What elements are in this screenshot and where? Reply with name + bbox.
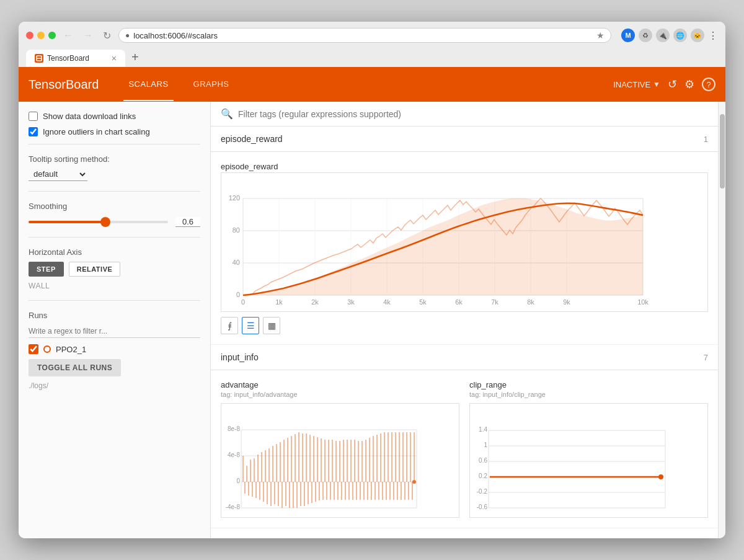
episode-reward-section-title: episode_reward (221, 134, 283, 144)
ignore-outliers-label: Ignore outliers in chart scaling (43, 127, 150, 136)
extension-m[interactable]: M (621, 29, 635, 42)
app-body: Show data download links Ignore outliers… (19, 102, 725, 538)
input-info-section-title: input_info (221, 352, 259, 362)
tooltip-sort-row: Tooltip sorting method: default ascendin… (29, 154, 200, 181)
extension-recycle[interactable]: ♻ (639, 29, 652, 42)
tab-bar: TensorBoard × + (26, 48, 718, 67)
clip-range-chart-svg: -0.6 -0.2 0.2 0.6 1 1.4 (470, 404, 668, 515)
episode-reward-section-count: 1 (704, 135, 708, 144)
clip-range-title: clip_range (469, 380, 708, 389)
svg-text:-4e-8: -4e-8 (226, 504, 241, 510)
svg-text:0: 0 (241, 298, 245, 306)
clip-range-tag: tag: input_info/clip_range (469, 391, 708, 398)
refresh-icon[interactable]: ↺ (668, 78, 677, 91)
advantage-tag: tag: input_info/advantage (221, 391, 459, 398)
traffic-lights (26, 32, 56, 39)
show-download-row: Show data download links (29, 112, 200, 121)
maximize-traffic-light[interactable] (48, 32, 56, 39)
svg-text:10k: 10k (637, 298, 649, 306)
advantage-chart: advantage tag: input_info/advantage -4e-… (221, 380, 459, 518)
extensions-area: M ♻ 🔌 🌐 🐱 ⋮ (621, 29, 718, 42)
episode-reward-section-header: episode_reward 1 (211, 127, 718, 152)
reload-button[interactable]: ↻ (100, 29, 113, 43)
svg-text:7k: 7k (491, 298, 498, 306)
app-header: TensorBoard SCALARS GRAPHS INACTIVE ▼ ↺ … (19, 67, 725, 102)
main-content: 🔍 episode_reward 1 episode_reward (211, 102, 718, 538)
close-traffic-light[interactable] (26, 32, 33, 39)
smoothing-section: Smoothing (29, 202, 200, 227)
tooltip-sort-select[interactable]: default ascending descending (29, 167, 87, 181)
logs-path-label: ./logs/ (29, 381, 200, 390)
settings-icon[interactable]: ⚙ (684, 78, 694, 91)
help-icon[interactable]: ? (702, 78, 715, 91)
run-name-ppo2: PPO2_1 (56, 345, 86, 354)
svg-text:0: 0 (236, 478, 240, 484)
episode-reward-chart-title: episode_reward (221, 162, 708, 171)
relative-axis-button[interactable]: RELATIVE (69, 262, 121, 277)
episode-reward-svg-container: 0 40 80 120 (221, 172, 708, 312)
smoothing-label: Smoothing (29, 202, 200, 211)
minimize-traffic-light[interactable] (37, 32, 45, 39)
step-axis-button[interactable]: STEP (29, 262, 64, 277)
runs-title: Runs (29, 311, 200, 320)
tag-filter-input[interactable] (238, 109, 708, 119)
new-tab-button[interactable]: + (126, 48, 144, 67)
svg-point-155 (658, 474, 663, 479)
smoothing-value-input[interactable] (175, 217, 200, 227)
tab-favicon (35, 54, 43, 63)
svg-point-137 (412, 480, 416, 484)
header-right: INACTIVE ▼ ↺ ⚙ ? (613, 78, 715, 91)
svg-text:80: 80 (232, 226, 240, 234)
clip-range-chart: clip_range tag: input_info/clip_range -0… (469, 380, 708, 518)
runs-filter-input[interactable] (29, 325, 200, 338)
address-bar[interactable]: ● localhost:6006/#scalars ★ (118, 28, 611, 43)
axis-buttons: STEP RELATIVE (29, 262, 200, 277)
extension-plug[interactable]: 🔌 (656, 29, 670, 42)
runs-section: Runs PPO2_1 TOGGLE ALL RUNS ./logs/ (29, 311, 200, 390)
smoothing-slider-track[interactable] (29, 221, 168, 223)
toggle-all-runs-button[interactable]: TOGGLE ALL RUNS (29, 359, 121, 376)
wall-label: WALL (29, 282, 200, 290)
browser-menu[interactable]: ⋮ (708, 30, 718, 42)
svg-text:40: 40 (232, 259, 240, 266)
tab-close-button[interactable]: × (112, 53, 117, 63)
forward-button[interactable]: → (81, 29, 95, 42)
extension-cat[interactable]: 🐱 (691, 29, 704, 42)
smoothing-row (29, 217, 200, 227)
ignore-outliers-checkbox[interactable] (29, 127, 38, 136)
scrollbar[interactable] (718, 102, 725, 538)
grid-button[interactable]: ▦ (263, 317, 280, 334)
lines-button[interactable]: ☰ (242, 317, 259, 334)
inactive-selector[interactable]: INACTIVE ▼ (613, 80, 660, 89)
input-info-section-count: 7 (704, 353, 708, 362)
back-button[interactable]: ← (61, 29, 76, 42)
active-tab[interactable]: TensorBoard × (26, 50, 125, 67)
run-checkbox-ppo2[interactable] (29, 344, 38, 354)
bookmark-icon[interactable]: ★ (596, 30, 604, 40)
sidebar: Show data download links Ignore outliers… (19, 102, 211, 538)
svg-text:1.4: 1.4 (479, 426, 487, 433)
fullscreen-button[interactable]: ⨎ (221, 317, 238, 334)
show-download-label: Show data download links (43, 112, 136, 121)
inactive-dropdown-arrow[interactable]: ▼ (653, 80, 660, 89)
svg-text:1: 1 (484, 442, 487, 448)
run-item-ppo2: PPO2_1 (29, 344, 200, 354)
show-download-checkbox[interactable] (29, 112, 38, 121)
url-input[interactable]: localhost:6006/#scalars (133, 31, 593, 40)
app-logo: TensorBoard (29, 78, 99, 92)
advantage-svg-container: -4e-8 0 4e-8 8e-8 (221, 403, 459, 518)
svg-text:-0.6: -0.6 (477, 504, 488, 510)
tab-title: TensorBoard (47, 54, 89, 63)
svg-text:2k: 2k (311, 298, 319, 306)
extension-translate[interactable]: 🌐 (673, 29, 687, 42)
filter-bar: 🔍 (211, 102, 718, 127)
svg-rect-138 (470, 404, 668, 515)
tab-scalars[interactable]: SCALARS (123, 68, 173, 101)
tensorboard-app: TensorBoard SCALARS GRAPHS INACTIVE ▼ ↺ … (19, 67, 725, 538)
advantage-title: advantage (221, 380, 459, 389)
scrollbar-thumb[interactable] (720, 114, 725, 189)
svg-text:8e-8: 8e-8 (228, 425, 240, 432)
smoothing-slider-thumb[interactable] (100, 217, 110, 227)
tab-graphs[interactable]: GRAPHS (188, 68, 234, 101)
advantage-chart-svg: -4e-8 0 4e-8 8e-8 (221, 404, 420, 515)
